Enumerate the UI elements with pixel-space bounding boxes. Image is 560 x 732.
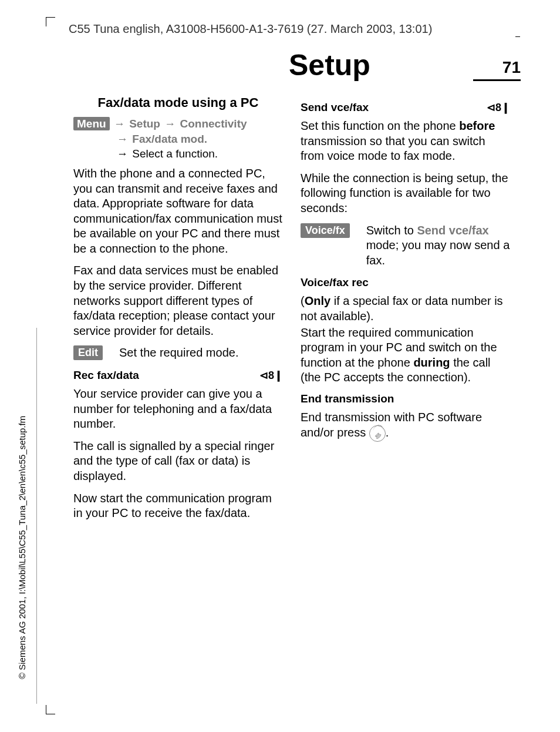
text-run: Switch to bbox=[366, 224, 417, 237]
title-bar: Setup 71 bbox=[69, 48, 521, 82]
subheading-text: Send vce/fax bbox=[301, 101, 369, 114]
softkey-row-voicefx: Voice/fx Switch to Send vce/fax mode; yo… bbox=[301, 223, 510, 268]
arrow-icon: → bbox=[164, 117, 176, 130]
bold-word-only: Only bbox=[305, 294, 330, 307]
subheading-rec-fax: Rec fax/data ⊲8❙ bbox=[73, 369, 283, 382]
paragraph: With the phone and a connected PC, you c… bbox=[73, 166, 283, 257]
paragraph: Your service provider can give you a num… bbox=[73, 387, 283, 432]
text-run: transmission so that you can switch from… bbox=[301, 135, 485, 163]
document-header: C55 Tuna english, A31008-H5600-A1-3-7619… bbox=[69, 22, 432, 36]
voicefx-description: Switch to Send vce/fax mode; you may now… bbox=[366, 223, 510, 268]
text-run: . bbox=[386, 426, 389, 439]
edit-softkey: Edit bbox=[73, 345, 103, 360]
right-column: Send vce/fax ⊲8❙ Set this function on th… bbox=[301, 95, 510, 528]
page-title: Setup bbox=[69, 48, 473, 82]
bold-word-during: during bbox=[413, 356, 450, 369]
subheading-text: Rec fax/data bbox=[73, 369, 139, 382]
arrow-icon: → bbox=[117, 133, 128, 145]
menu-step-setup: Setup bbox=[129, 117, 160, 130]
softkey-row-edit: Edit Set the required mode. bbox=[73, 345, 283, 361]
voicefx-softkey: Voice/fx bbox=[301, 223, 350, 238]
text-run: ( bbox=[301, 294, 305, 307]
paragraph: Fax and data services must be enabled by… bbox=[73, 263, 283, 338]
paragraph: End transmission with PC software and/or… bbox=[301, 410, 510, 442]
text-run: if a special fax or data number is not a… bbox=[301, 294, 503, 323]
crop-mark-right bbox=[515, 36, 520, 37]
copyright-filepath: © Siemens AG 2001, I:\Mobil\L55\C55_Tuna… bbox=[17, 416, 27, 679]
arrow-icon: → bbox=[114, 117, 125, 130]
provider-dependent-icon: ⊲8❙ bbox=[259, 369, 283, 382]
paragraph: (Only if a special fax or data number is… bbox=[301, 294, 510, 324]
page-number: 71 bbox=[473, 58, 521, 81]
paragraph: The call is signalled by a special ringe… bbox=[73, 439, 283, 484]
grey-inline-send-vce-fax: Send vce/fax bbox=[417, 224, 488, 237]
subheading-text: End transmission bbox=[301, 392, 394, 405]
text-run: mode; you may now send a fax. bbox=[366, 239, 510, 267]
edit-description: Set the required mode. bbox=[119, 345, 283, 361]
arrow-icon: → bbox=[117, 147, 128, 160]
subheading-send-vce-fax: Send vce/fax ⊲8❙ bbox=[301, 101, 510, 114]
subheading-end-transmission: End transmission bbox=[301, 392, 510, 405]
bold-word-before: before bbox=[459, 119, 495, 132]
paragraph: Set this function on the phone before tr… bbox=[301, 119, 510, 164]
side-divider-line bbox=[36, 328, 37, 704]
menu-softkey: Menu bbox=[73, 117, 110, 130]
paragraph: While the connection is being setup, the… bbox=[301, 171, 510, 216]
paragraph: Start the required communication program… bbox=[301, 325, 510, 385]
menu-navigation-path: Menu → Setup → Connectivity → Fax/data m… bbox=[73, 116, 283, 162]
text-run: Set this function on the phone bbox=[301, 119, 459, 132]
end-call-icon bbox=[369, 425, 386, 442]
crop-mark-bottom-left bbox=[46, 705, 55, 714]
menu-step-connectivity: Connectivity bbox=[180, 117, 247, 130]
left-column: Fax/data mode using a PC Menu → Setup → … bbox=[73, 95, 283, 528]
section-heading-fax-pc: Fax/data mode using a PC bbox=[73, 95, 283, 110]
provider-dependent-icon: ⊲8❙ bbox=[487, 101, 510, 114]
subheading-text: Voice/fax rec bbox=[301, 276, 369, 289]
subheading-voicefax-rec: Voice/fax rec bbox=[301, 276, 510, 289]
crop-mark-top-left bbox=[46, 17, 55, 26]
menu-step-faxdata: Fax/data mod. bbox=[132, 133, 207, 145]
text-run: End transmission with PC software and/or… bbox=[301, 411, 482, 439]
paragraph: Now start the communication program in y… bbox=[73, 491, 283, 521]
content-columns: Fax/data mode using a PC Menu → Setup → … bbox=[73, 95, 510, 528]
menu-step-select: Select a function. bbox=[132, 147, 218, 160]
